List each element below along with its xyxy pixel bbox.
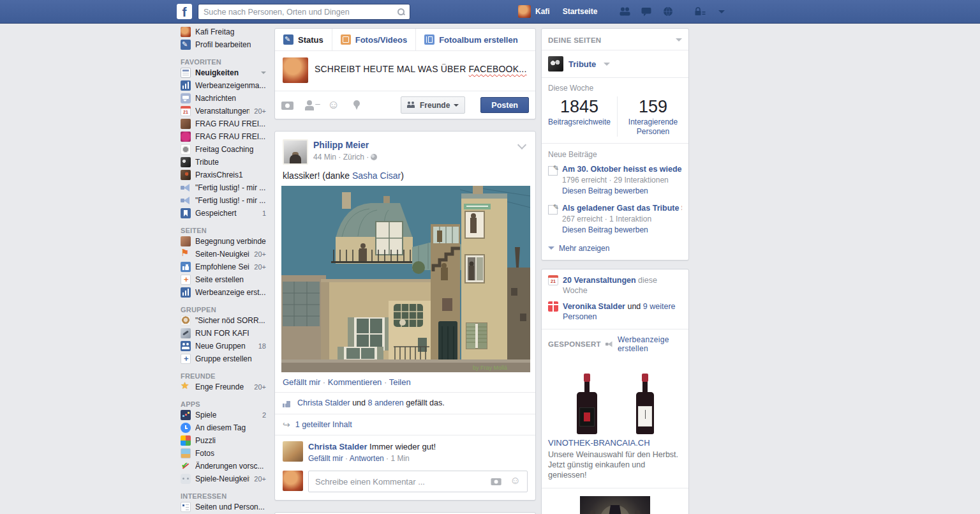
composer-tab[interactable]: Fotoalbum erstellen [415,29,526,50]
top-navbar: f Kafi Startseite [0,0,980,24]
megaphone-icon [181,195,191,206]
comment-link[interactable]: Kommentieren [328,377,382,387]
sidebar-item[interactable]: Enge Freunde 20+ [181,381,266,393]
liker-link[interactable]: Christa Stalder [297,398,350,407]
sidebar-item[interactable]: FRAG FRAU FREI... [181,130,266,143]
post-menu-chevron-icon[interactable] [517,140,526,149]
sidebar-item[interactable]: "Sicher nöd SORR... [181,314,266,327]
page-row-tribute[interactable]: Tribute [542,50,688,77]
page-thumbnail[interactable] [548,56,563,72]
events-link[interactable]: 20 Veranstaltungen [563,276,636,285]
sidebar-item[interactable]: Profil bearbeiten [181,38,266,51]
post-photo-building[interactable]: by Fray Mollá [281,186,530,372]
sidebar-item[interactable]: Seiten und Person... [181,501,266,513]
create-ad-link[interactable]: Werbeanzeige erstellen [618,335,682,353]
comment-input[interactable] [314,476,484,487]
sidebar-item[interactable]: Spiele 2 [181,409,266,421]
location-pin-icon[interactable] [350,99,363,112]
boost-post-link[interactable]: Diesen Beitrag bewerben [562,225,682,234]
privacy-shortcuts-lock-icon[interactable] [692,0,708,23]
page-post-title-link[interactable]: Am 30. Oktober heisst es wieder «Lust... [562,165,682,174]
sidebar-item[interactable]: Werbeanzeigenma... [181,79,266,92]
sidebar-section-header: SEITEN [181,225,266,235]
sidebar-item[interactable]: Gruppe erstellen [181,352,266,365]
comment-camera-icon[interactable] [491,476,502,487]
sidebar-item[interactable]: Veranstaltungen 20+ [181,105,266,117]
sidebar-item[interactable]: Neuigkeiten [181,66,266,79]
sidebar-item[interactable]: Fotos [181,447,266,460]
sidebar-item[interactable]: An diesem Tag [181,421,266,434]
sidebar-item[interactable]: Freitag Coaching [181,143,266,156]
check-icon [181,461,191,471]
audience-selector-button[interactable]: Freunde [401,96,465,114]
avatar[interactable] [283,139,308,165]
sidebar-item[interactable]: PraxisChreis1 [181,169,266,181]
messages-icon[interactable] [638,0,655,23]
profile-link[interactable]: Kafi [535,7,550,16]
sidebar-item-label: Seite erstellen [195,275,244,284]
like-link[interactable]: Gefällt mir [283,377,320,387]
friend-requests-icon[interactable] [616,0,633,23]
sidebar-item[interactable]: Werbeanzeige erst... [181,286,266,299]
boost-post-link[interactable]: Diesen Beitrag bewerben [562,186,682,195]
shares-summary-row: ↪ 1 geteilter Inhalt [275,414,535,435]
sidebar-item[interactable]: Neue Gruppen 18 [181,340,266,352]
ad-title-link[interactable]: VINOTHEK-BRANCAIA.CH [548,438,682,448]
sponsored-label: GESPONSERT [548,340,601,348]
other-likers-link[interactable]: 8 anderen [368,398,404,407]
sidebar-item[interactable]: Nachrichten [181,92,266,105]
notifications-globe-icon[interactable] [660,0,676,23]
page-stat[interactable]: 1845 Beitragsreichweite [542,96,617,137]
sidebar-item[interactable]: Tribute [181,156,266,169]
sidebar-item[interactable]: Seiten-Neuigkeiten 20+ [181,248,266,261]
birthday-person-link[interactable]: Veronika Stalder [563,302,625,311]
home-link[interactable]: Startseite [563,7,598,16]
search-icon[interactable] [397,8,405,16]
composer-tab[interactable]: Fotos/Videos [332,29,415,50]
sidebar-item[interactable]: Seite erstellen [181,273,266,286]
shared-content-link[interactable]: 1 geteilter Inhalt [295,420,352,429]
ad-image-album-cover[interactable]: POWERWOLF [548,490,682,514]
ad-image-wine-bottles[interactable] [548,359,682,434]
comment-author-link[interactable]: Christa Stalder [308,442,367,451]
chevron-down-icon[interactable] [604,63,610,69]
sidebar-item[interactable]: "Fertig lustig! - mir ... [181,194,266,207]
share-link[interactable]: Teilen [389,377,411,387]
facebook-logo[interactable]: f [177,4,192,19]
sidebar-item[interactable]: Begegnung verbindet [181,235,266,248]
camera-icon[interactable] [281,99,294,112]
composer-tab[interactable]: Status [275,29,332,50]
post-author-link[interactable]: Philipp Meier [313,140,369,150]
comment-reply-link[interactable]: Antworten [350,454,384,463]
chevron-down-icon[interactable] [676,38,682,45]
avatar[interactable] [283,441,303,462]
avatar[interactable] [518,5,531,18]
avatar[interactable] [283,471,303,491]
sponsored-header: GESPONSERT Werbeanzeige erstellen [542,329,688,358]
page-name-link[interactable]: Tribute [568,59,596,69]
settings-caret-icon[interactable] [713,0,730,23]
show-more-link[interactable]: Mehr anzeigen [542,239,688,260]
sidebar-item[interactable]: Änderungen vorsc... [181,460,266,472]
sidebar-item[interactable]: Empfohlene Seiten 20+ [181,261,266,273]
status-input[interactable]: SCHREIBT HEUTE MAL WAS ÜBER FACEBOOK... [315,57,526,83]
page-stat[interactable]: 159 Interagierende Personen [617,96,688,137]
week-label: Diese Woche [542,78,688,94]
tagged-person-link[interactable]: Sasha Cisar [352,170,401,181]
sidebar-item[interactable]: "Fertig lustig! - mir ... [181,181,266,194]
feeling-icon[interactable] [327,99,340,112]
sidebar-item[interactable]: Spiele-Neuigkeiten 20+ [181,472,266,485]
sidebar-item[interactable]: Gespeichert 1 [181,207,266,220]
tag-friends-icon[interactable] [304,99,317,112]
sidebar-item[interactable]: RUN FOR KAFI [181,327,266,340]
comment-emoji-icon[interactable] [510,476,521,487]
sidebar-item[interactable]: Kafi Freitag [181,26,266,38]
page-post-title-link[interactable]: Als geladener Gast das Tribute Semin... [562,204,682,213]
avatar[interactable] [283,57,308,83]
sidebar-item[interactable]: Puzzli [181,434,266,447]
post-button[interactable]: Posten [480,97,529,113]
gamepad-icon [181,474,191,484]
search-input[interactable] [198,8,397,17]
comment-like-link[interactable]: Gefällt mir [308,454,343,463]
sidebar-item[interactable]: FRAG FRAU FREI... [181,117,266,130]
